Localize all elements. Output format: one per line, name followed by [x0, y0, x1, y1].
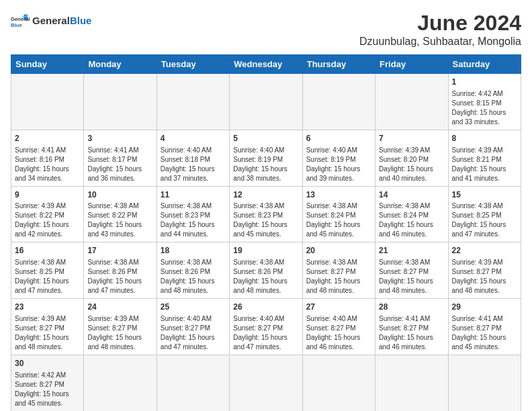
- day-number: 7: [379, 133, 444, 144]
- calendar-cell: 14Sunrise: 4:38 AM Sunset: 8:24 PM Dayli…: [375, 186, 448, 242]
- calendar-cell: 6Sunrise: 4:40 AM Sunset: 8:19 PM Daylig…: [302, 130, 375, 186]
- calendar-cell: 12Sunrise: 4:38 AM Sunset: 8:23 PM Dayli…: [230, 186, 302, 242]
- day-info: Sunrise: 4:39 AM Sunset: 8:27 PM Dayligh…: [15, 314, 80, 352]
- calendar-cell: 3Sunrise: 4:41 AM Sunset: 8:17 PM Daylig…: [84, 130, 157, 186]
- calendar-cell: 7Sunrise: 4:39 AM Sunset: 8:20 PM Daylig…: [375, 130, 448, 186]
- calendar-title: June 2024: [359, 11, 521, 36]
- calendar-cell: 29Sunrise: 4:41 AM Sunset: 8:27 PM Dayli…: [448, 299, 521, 355]
- day-number: 6: [306, 133, 371, 144]
- day-number: 18: [161, 245, 226, 257]
- calendar-week-row: 1Sunrise: 4:42 AM Sunset: 8:15 PM Daylig…: [11, 74, 521, 130]
- calendar-week-row: 2Sunrise: 4:41 AM Sunset: 8:16 PM Daylig…: [11, 130, 521, 186]
- day-number: 22: [452, 245, 517, 257]
- day-number: 20: [306, 245, 371, 257]
- day-info: Sunrise: 4:39 AM Sunset: 8:27 PM Dayligh…: [452, 258, 517, 295]
- day-info: Sunrise: 4:41 AM Sunset: 8:27 PM Dayligh…: [452, 314, 517, 352]
- day-info: Sunrise: 4:42 AM Sunset: 8:15 PM Dayligh…: [452, 89, 517, 127]
- day-info: Sunrise: 4:38 AM Sunset: 8:23 PM Dayligh…: [233, 201, 298, 239]
- calendar-cell: [302, 74, 375, 130]
- calendar-cell: 1Sunrise: 4:42 AM Sunset: 8:15 PM Daylig…: [448, 74, 521, 130]
- day-number: 16: [15, 245, 80, 257]
- day-number: 30: [15, 358, 80, 369]
- day-number: 26: [233, 302, 298, 313]
- day-info: Sunrise: 4:40 AM Sunset: 8:27 PM Dayligh…: [306, 314, 371, 352]
- header-day-sunday: Sunday: [11, 55, 84, 74]
- calendar-cell: [375, 355, 448, 411]
- day-info: Sunrise: 4:38 AM Sunset: 8:24 PM Dayligh…: [379, 201, 444, 239]
- day-info: Sunrise: 4:38 AM Sunset: 8:24 PM Dayligh…: [306, 201, 371, 239]
- day-info: Sunrise: 4:41 AM Sunset: 8:16 PM Dayligh…: [15, 146, 80, 183]
- logo-text: GeneralBlue: [32, 15, 91, 26]
- day-info: Sunrise: 4:38 AM Sunset: 8:22 PM Dayligh…: [87, 201, 152, 239]
- day-number: 1: [452, 77, 517, 88]
- day-info: Sunrise: 4:40 AM Sunset: 8:18 PM Dayligh…: [161, 146, 226, 183]
- day-number: 17: [87, 245, 152, 257]
- calendar-cell: 17Sunrise: 4:38 AM Sunset: 8:26 PM Dayli…: [84, 242, 157, 299]
- logo: General Blue GeneralBlue: [11, 11, 91, 30]
- calendar-cell: [448, 355, 521, 411]
- svg-text:Blue: Blue: [11, 22, 22, 28]
- day-number: 9: [15, 189, 80, 201]
- logo-icon: General Blue: [11, 11, 30, 30]
- day-info: Sunrise: 4:39 AM Sunset: 8:27 PM Dayligh…: [87, 314, 152, 352]
- calendar-cell: [230, 355, 302, 411]
- day-info: Sunrise: 4:38 AM Sunset: 8:26 PM Dayligh…: [161, 258, 226, 295]
- calendar-cell: [375, 74, 448, 130]
- calendar-cell: 30Sunrise: 4:42 AM Sunset: 8:27 PM Dayli…: [11, 355, 84, 411]
- header-day-monday: Monday: [84, 55, 157, 74]
- calendar-cell: 25Sunrise: 4:40 AM Sunset: 8:27 PM Dayli…: [157, 299, 229, 355]
- calendar-cell: 23Sunrise: 4:39 AM Sunset: 8:27 PM Dayli…: [11, 299, 84, 355]
- day-info: Sunrise: 4:38 AM Sunset: 8:26 PM Dayligh…: [233, 258, 298, 295]
- calendar-cell: 22Sunrise: 4:39 AM Sunset: 8:27 PM Dayli…: [448, 242, 521, 299]
- calendar-subtitle: Dzuunbulag, Suhbaatar, Mongolia: [359, 36, 521, 48]
- day-info: Sunrise: 4:38 AM Sunset: 8:25 PM Dayligh…: [452, 201, 517, 239]
- calendar-cell: 4Sunrise: 4:40 AM Sunset: 8:18 PM Daylig…: [157, 130, 229, 186]
- day-number: 29: [452, 302, 517, 313]
- day-info: Sunrise: 4:38 AM Sunset: 8:27 PM Dayligh…: [379, 258, 444, 295]
- calendar-cell: [302, 355, 375, 411]
- day-number: 5: [233, 133, 298, 144]
- day-info: Sunrise: 4:39 AM Sunset: 8:21 PM Dayligh…: [452, 146, 517, 183]
- header: General Blue GeneralBlue June 2024 Dzuun…: [11, 11, 521, 48]
- day-number: 19: [233, 245, 298, 257]
- calendar-week-row: 9Sunrise: 4:39 AM Sunset: 8:22 PM Daylig…: [11, 186, 521, 242]
- calendar-cell: 15Sunrise: 4:38 AM Sunset: 8:25 PM Dayli…: [448, 186, 521, 242]
- day-number: 2: [15, 133, 80, 144]
- calendar-cell: [11, 74, 84, 130]
- calendar-cell: [84, 74, 157, 130]
- day-number: 14: [379, 189, 444, 201]
- calendar-cell: 5Sunrise: 4:40 AM Sunset: 8:19 PM Daylig…: [230, 130, 302, 186]
- calendar-cell: 18Sunrise: 4:38 AM Sunset: 8:26 PM Dayli…: [157, 242, 229, 299]
- day-info: Sunrise: 4:38 AM Sunset: 8:27 PM Dayligh…: [306, 258, 371, 295]
- header-day-wednesday: Wednesday: [230, 55, 302, 74]
- calendar-cell: 20Sunrise: 4:38 AM Sunset: 8:27 PM Dayli…: [302, 242, 375, 299]
- day-info: Sunrise: 4:39 AM Sunset: 8:20 PM Dayligh…: [379, 146, 444, 183]
- calendar-cell: [157, 355, 229, 411]
- day-number: 13: [306, 189, 371, 201]
- day-number: 11: [161, 189, 226, 201]
- calendar-header-row: SundayMondayTuesdayWednesdayThursdayFrid…: [11, 55, 521, 74]
- day-info: Sunrise: 4:38 AM Sunset: 8:23 PM Dayligh…: [161, 201, 226, 239]
- calendar-cell: 28Sunrise: 4:41 AM Sunset: 8:27 PM Dayli…: [375, 299, 448, 355]
- calendar-table: SundayMondayTuesdayWednesdayThursdayFrid…: [11, 54, 521, 411]
- header-day-saturday: Saturday: [448, 55, 521, 74]
- day-info: Sunrise: 4:38 AM Sunset: 8:26 PM Dayligh…: [87, 258, 152, 295]
- calendar-cell: 19Sunrise: 4:38 AM Sunset: 8:26 PM Dayli…: [230, 242, 302, 299]
- title-area: June 2024 Dzuunbulag, Suhbaatar, Mongoli…: [359, 11, 521, 48]
- calendar-week-row: 30Sunrise: 4:42 AM Sunset: 8:27 PM Dayli…: [11, 355, 521, 411]
- calendar-cell: 27Sunrise: 4:40 AM Sunset: 8:27 PM Dayli…: [302, 299, 375, 355]
- calendar-cell: 11Sunrise: 4:38 AM Sunset: 8:23 PM Dayli…: [157, 186, 229, 242]
- calendar-cell: 10Sunrise: 4:38 AM Sunset: 8:22 PM Dayli…: [84, 186, 157, 242]
- calendar-week-row: 23Sunrise: 4:39 AM Sunset: 8:27 PM Dayli…: [11, 299, 521, 355]
- day-info: Sunrise: 4:38 AM Sunset: 8:25 PM Dayligh…: [15, 258, 80, 295]
- calendar-cell: 2Sunrise: 4:41 AM Sunset: 8:16 PM Daylig…: [11, 130, 84, 186]
- day-number: 21: [379, 245, 444, 257]
- day-number: 3: [87, 133, 152, 144]
- day-info: Sunrise: 4:40 AM Sunset: 8:19 PM Dayligh…: [306, 146, 371, 183]
- calendar-cell: 24Sunrise: 4:39 AM Sunset: 8:27 PM Dayli…: [84, 299, 157, 355]
- calendar-cell: 13Sunrise: 4:38 AM Sunset: 8:24 PM Dayli…: [302, 186, 375, 242]
- day-number: 8: [452, 133, 517, 144]
- calendar-cell: 21Sunrise: 4:38 AM Sunset: 8:27 PM Dayli…: [375, 242, 448, 299]
- day-info: Sunrise: 4:41 AM Sunset: 8:27 PM Dayligh…: [379, 314, 444, 352]
- calendar-cell: [230, 74, 302, 130]
